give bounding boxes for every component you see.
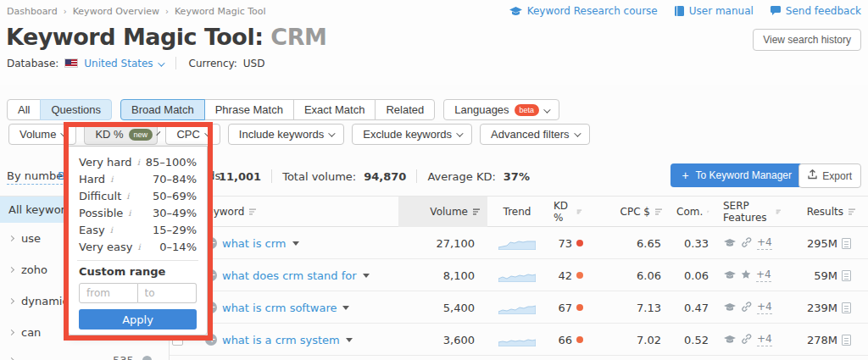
column-header-com[interactable]: Com.	[670, 197, 716, 227]
breadcrumb-item[interactable]: Dashboard	[7, 6, 58, 17]
kd-to-input[interactable]	[138, 283, 198, 303]
column-header-results[interactable]: Results	[788, 197, 868, 227]
page-title-query: CRM	[270, 24, 326, 50]
page-title: Keyword Magic Tool: CRM	[6, 24, 326, 50]
average-kd-value: 37%	[504, 170, 530, 183]
chevron-down-icon	[157, 131, 161, 136]
graduation-cap-icon	[724, 302, 736, 314]
breadcrumb-separator: ›	[64, 7, 67, 16]
serp-more-link[interactable]: +4	[757, 236, 772, 250]
table-header: Keyword Volume Trend KD % CPC $ Com. SER…	[170, 197, 868, 227]
divider	[77, 260, 198, 261]
keyword-research-course-link[interactable]: Keyword Research course	[509, 5, 658, 17]
database-label: Database:	[7, 58, 58, 69]
chevron-down-icon	[204, 130, 211, 136]
chevron-right-icon	[8, 267, 14, 273]
keyword-dropdown-icon[interactable]	[363, 274, 370, 278]
tab-all[interactable]: All	[7, 99, 41, 120]
divider	[416, 169, 417, 183]
advanced-filters-button[interactable]: Advanced filters	[480, 124, 590, 145]
cpc-filter-button[interactable]: CPC	[165, 124, 220, 145]
sidebar-group-partial[interactable]: 535	[0, 351, 170, 360]
export-button[interactable]: Export	[798, 163, 861, 188]
tab-exact-match[interactable]: Exact Match	[293, 99, 376, 120]
keyword-link[interactable]: what is crm software	[222, 302, 337, 314]
summary-stats: 11,001 Total volume: 94,870 Average KD: …	[219, 169, 530, 183]
volume-value: 3,600	[398, 334, 487, 346]
meta-row: Database: United States Currency: USD	[7, 57, 264, 69]
keyword-link[interactable]: what is a crm system	[222, 334, 340, 346]
kd-option-difficult[interactable]: Difficulti50–69%	[79, 187, 197, 204]
serp-more-link[interactable]: +4	[756, 269, 771, 282]
exclude-keywords-filter-button[interactable]: Exclude keywords	[352, 124, 472, 145]
send-feedback-link[interactable]: Send feedback	[771, 5, 861, 17]
kd-dot	[576, 336, 583, 343]
keyword-link[interactable]: what is crm	[222, 237, 287, 250]
row-checkbox[interactable]	[172, 335, 183, 346]
serp-features: +4	[716, 301, 788, 314]
kd-value: 67	[558, 302, 572, 314]
com-value: 0.52	[670, 334, 716, 346]
keyword-link[interactable]: what does crm stand for	[222, 269, 357, 282]
user-manual-link[interactable]: User manual	[675, 5, 754, 17]
column-header-volume[interactable]: Volume	[398, 197, 487, 227]
kd-option-easy[interactable]: Easyi15–29%	[79, 221, 197, 238]
to-keyword-manager-button[interactable]: + To Keyword Manager	[670, 163, 803, 187]
info-icon: i	[110, 174, 113, 184]
column-header-kd[interactable]: KD %	[547, 197, 589, 227]
currency-value: USD	[243, 58, 265, 69]
languages-dropdown[interactable]: Languagesbeta	[443, 99, 559, 120]
kd-value: 66	[558, 334, 572, 346]
apply-button[interactable]: Apply	[79, 309, 197, 330]
tab-phrase-match[interactable]: Phrase Match	[204, 99, 294, 120]
breadcrumb-item[interactable]: Keyword Overview	[73, 6, 159, 17]
kd-option-very-easy[interactable]: Very easyi0–14%	[79, 238, 197, 255]
kd-range: 30–49%	[153, 207, 197, 219]
column-header-serp-features[interactable]: SERP Features	[716, 197, 788, 227]
chevron-down-icon	[543, 106, 550, 113]
info-icon: i	[137, 158, 140, 167]
database-selector[interactable]: United States	[84, 58, 162, 69]
kd-dot	[576, 304, 583, 311]
add-keyword-icon[interactable]	[205, 334, 217, 346]
com-value: 0.33	[670, 237, 716, 250]
filters-row: Volume KD %new CPC Include keywords Excl…	[8, 124, 590, 145]
kd-option-very-hard[interactable]: Very hardi85–100%	[79, 153, 197, 170]
include-keywords-filter-button[interactable]: Include keywords	[228, 124, 344, 145]
info-icon: i	[110, 225, 113, 235]
results-value: 59M	[814, 269, 837, 282]
link-icon	[741, 334, 752, 346]
graduation-cap-icon	[724, 269, 736, 282]
chevron-down-icon	[61, 130, 68, 136]
trend-sparkline	[487, 333, 547, 346]
custom-range-label: Custom range	[79, 265, 197, 278]
kd-option-hard[interactable]: Hardi70–84%	[79, 170, 197, 187]
tab-broad-match[interactable]: Broad Match	[120, 99, 205, 120]
tab-questions[interactable]: Questions	[40, 99, 112, 120]
column-header-cpc[interactable]: CPC $	[589, 197, 670, 227]
volume-filter-button[interactable]: Volume	[8, 124, 76, 145]
keyword-dropdown-icon[interactable]	[292, 241, 299, 246]
results-value: 239M	[807, 302, 837, 314]
kd-option-possible[interactable]: Possiblei30–49%	[79, 204, 197, 221]
kd-from-input[interactable]	[79, 283, 138, 303]
view-search-history-button[interactable]: View search history	[753, 29, 861, 51]
kd-filter-button[interactable]: KD %new	[84, 124, 158, 145]
keyword-dropdown-icon[interactable]	[346, 338, 353, 342]
link-label: User manual	[689, 5, 754, 17]
chevron-down-icon	[574, 130, 581, 136]
serp-more-link[interactable]: +4	[757, 301, 772, 314]
keyword-dropdown-icon[interactable]	[342, 306, 349, 310]
kd-filter-dropdown: Very hardi85–100% Hardi70–84% Difficulti…	[68, 146, 208, 335]
column-header-trend[interactable]: Trend	[487, 197, 547, 227]
graduation-cap-icon	[509, 7, 522, 16]
table-row: what is crm 27,100 73 6.65 0.33 +4 295M	[170, 227, 868, 259]
link-label: Send feedback	[786, 5, 861, 17]
tab-related[interactable]: Related	[375, 99, 435, 120]
volume-value: 5,400	[398, 302, 487, 314]
divider	[271, 169, 272, 183]
serp-more-link[interactable]: +4	[757, 333, 772, 346]
cpc-value: 6.06	[589, 269, 670, 282]
graduation-cap-icon	[724, 334, 736, 346]
info-icon: i	[128, 208, 131, 218]
